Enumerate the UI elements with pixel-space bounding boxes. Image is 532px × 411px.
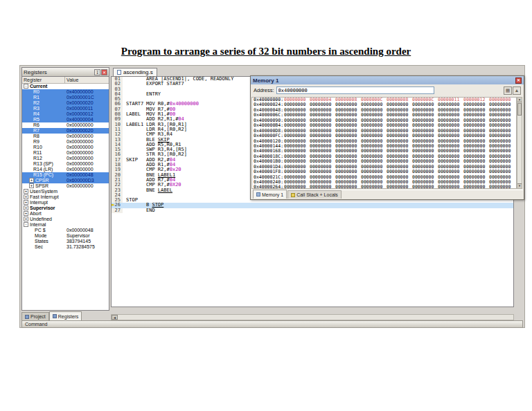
tab-memory-1[interactable]: Memory 1 bbox=[253, 190, 287, 199]
code-line[interactable]: 27END bbox=[112, 208, 513, 213]
expand-icon[interactable]: + bbox=[24, 194, 28, 199]
memory-address-label: Address: bbox=[254, 87, 274, 93]
register-name: R14 (LR) bbox=[33, 167, 53, 172]
expand-icon[interactable]: + bbox=[24, 189, 28, 194]
expand-icon[interactable]: + bbox=[29, 183, 34, 188]
register-column-header[interactable]: Register bbox=[22, 77, 65, 83]
register-value: 0x00000000 bbox=[66, 183, 94, 189]
pin-icon[interactable]: ↧ bbox=[94, 69, 100, 75]
tab-label: Project bbox=[30, 314, 46, 319]
registers-panel: Registers ↧ ✕ Register Value -CurrentR00… bbox=[21, 67, 109, 311]
scrollbar-thumb[interactable] bbox=[517, 103, 522, 116]
memory-row[interactable]: 0x40000264:00000000000000000000000000000… bbox=[252, 185, 516, 189]
register-row[interactable]: Sec31.73284575 bbox=[22, 244, 109, 250]
register-value: 0x00000000 bbox=[66, 122, 94, 128]
register-value: 0x00000000 bbox=[66, 134, 94, 139]
memory-options-icon[interactable]: ▦ bbox=[504, 86, 512, 95]
tree-node-undefined[interactable]: +Undefined bbox=[22, 217, 109, 222]
registers-tree: -CurrentR00x40000000R10x0000001CR20x0000… bbox=[22, 84, 109, 309]
scroll-down-icon[interactable]: ▼ bbox=[517, 183, 522, 188]
tree-node-fast-interrupt[interactable]: +Fast Interrupt bbox=[22, 194, 109, 200]
memory-value: 00000000 bbox=[335, 185, 361, 189]
code-segment: BNE bbox=[146, 188, 158, 193]
tab-project[interactable]: Project bbox=[21, 312, 49, 320]
register-row[interactable]: R120x00000000 bbox=[22, 156, 109, 161]
expand-icon[interactable]: + bbox=[24, 217, 28, 221]
value-column-header[interactable]: Value bbox=[65, 77, 109, 83]
register-row[interactable]: R15 (PC)0x00000048 bbox=[22, 172, 109, 178]
register-name: R4 bbox=[33, 111, 39, 116]
scroll-up-icon[interactable]: ▲ bbox=[517, 98, 522, 102]
tree-node-interrupt[interactable]: +Interrupt bbox=[22, 200, 109, 206]
register-row[interactable]: ModeSupervisor bbox=[22, 233, 109, 239]
tab-label: Call Stack + Locals bbox=[296, 192, 338, 197]
tree-node-supervisor[interactable]: +Supervisor bbox=[22, 206, 109, 211]
collapse-icon[interactable]: - bbox=[24, 222, 28, 227]
tree-node-internal[interactable]: -Internal bbox=[22, 222, 109, 228]
tab-label: Memory 1 bbox=[262, 192, 283, 197]
register-name: Abort bbox=[30, 211, 42, 216]
register-row[interactable]: R100x00000000 bbox=[22, 145, 109, 150]
register-row[interactable]: R00x40000000 bbox=[22, 89, 109, 95]
expand-icon[interactable]: + bbox=[24, 206, 28, 210]
editor-tab-ascending[interactable]: ascending.s bbox=[113, 68, 157, 76]
memory-value: 00000000 bbox=[284, 185, 310, 189]
expand-icon[interactable]: + bbox=[29, 178, 34, 183]
memory-title: Memory 1 bbox=[253, 77, 278, 84]
register-row[interactable]: R40x00000012 bbox=[22, 111, 109, 117]
register-row[interactable]: R80x00000000 bbox=[22, 134, 109, 139]
collapse-icon[interactable]: - bbox=[24, 84, 28, 89]
register-row[interactable]: R30x00000011 bbox=[22, 106, 109, 111]
register-row[interactable]: R110x00000000 bbox=[22, 150, 109, 156]
memory-vscrollbar[interactable]: ▲ ▼ bbox=[517, 97, 522, 189]
memory-expand-icon[interactable]: ▲ bbox=[513, 86, 521, 95]
memory-address: 0x40000264: bbox=[252, 185, 284, 189]
memory-close-icon[interactable]: ✕ bbox=[515, 77, 522, 84]
editor-tab-label: ascending.s bbox=[123, 69, 153, 75]
code-text: END bbox=[146, 208, 155, 213]
tab-call-stack-locals[interactable]: Call Stack + Locals bbox=[287, 190, 342, 199]
register-row[interactable]: PC $0x00000048 bbox=[22, 228, 109, 233]
register-row[interactable]: R50x40000004 bbox=[22, 117, 109, 122]
scroll-left-icon[interactable]: ◄ bbox=[112, 315, 118, 320]
register-row[interactable]: States383794145 bbox=[22, 239, 109, 244]
register-row[interactable]: +SPSR0x00000000 bbox=[22, 183, 109, 189]
register-name: SPSR bbox=[35, 183, 48, 188]
close-icon[interactable]: ✕ bbox=[101, 69, 107, 75]
register-row[interactable]: R10x0000001C bbox=[22, 95, 109, 100]
register-name: R1 bbox=[33, 95, 39, 100]
editor-hscrollbar[interactable]: ◄ bbox=[111, 314, 514, 320]
register-row[interactable]: R20x00000020 bbox=[22, 100, 109, 106]
code-segment: END bbox=[146, 208, 155, 213]
project-tab-icon bbox=[25, 315, 29, 319]
register-name: Sec bbox=[35, 244, 43, 249]
memory-dump[interactable]: 0x40000000:00000000000000040000000800000… bbox=[251, 97, 517, 189]
register-value: 0x00000020 bbox=[66, 100, 94, 106]
tree-node-user-system[interactable]: +User/System bbox=[22, 189, 109, 194]
tree-node-current[interactable]: -Current bbox=[22, 84, 109, 89]
register-row[interactable]: R90x00000000 bbox=[22, 139, 109, 145]
register-row[interactable]: R14 (LR)0x00000000 bbox=[22, 167, 109, 172]
register-name: Mode bbox=[35, 233, 47, 238]
register-name: States bbox=[35, 239, 48, 244]
register-name: R15 (PC) bbox=[33, 172, 53, 177]
code-label: START7 bbox=[123, 102, 146, 107]
register-value: 383794145 bbox=[66, 239, 91, 244]
code-segment: LABEL bbox=[158, 188, 172, 193]
tab-registers[interactable]: Registers bbox=[49, 311, 82, 320]
expand-icon[interactable]: + bbox=[24, 211, 28, 216]
register-name: Undefined bbox=[30, 217, 52, 221]
code-label: SKIP bbox=[123, 158, 146, 163]
register-row[interactable]: R70x00000020 bbox=[22, 128, 109, 134]
register-name: R2 bbox=[33, 100, 39, 105]
command-bar[interactable]: Command bbox=[21, 320, 523, 328]
code-line[interactable]: ►26B STOP bbox=[112, 203, 513, 208]
memory-address-input[interactable] bbox=[276, 86, 434, 94]
register-name: Interrupt bbox=[30, 200, 48, 205]
register-row[interactable]: +CPSR0x600000D3 bbox=[22, 178, 109, 183]
tree-node-abort[interactable]: +Abort bbox=[22, 211, 109, 217]
memory-titlebar: Memory 1 ✕ bbox=[251, 76, 524, 84]
register-row[interactable]: R13 (SP)0x00000000 bbox=[22, 161, 109, 167]
expand-icon[interactable]: + bbox=[24, 200, 28, 205]
register-row[interactable]: R60x00000000 bbox=[22, 122, 109, 128]
